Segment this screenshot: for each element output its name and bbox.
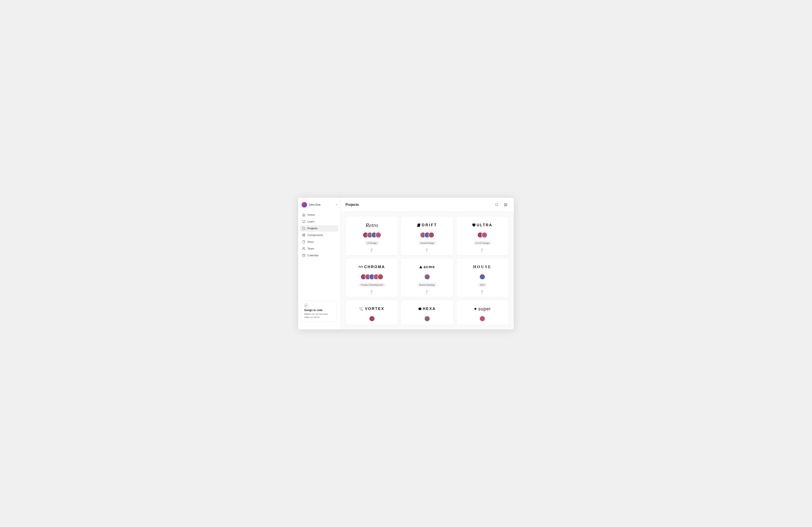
member-avatar xyxy=(369,316,375,321)
users-icon xyxy=(302,247,305,251)
page-title: Projects xyxy=(346,203,359,207)
sidebar-item-team[interactable]: Team xyxy=(300,245,338,252)
project-tag: Brand Strategy xyxy=(417,283,437,287)
drift-shape-icon xyxy=(417,224,420,227)
svg-rect-14 xyxy=(504,204,505,205)
project-card-retro[interactable]: Retro UI Design xyxy=(346,216,398,255)
sidebar-item-docs[interactable]: Docs xyxy=(300,239,338,245)
chevron-down-icon: ▾ xyxy=(336,204,337,206)
sidebar-item-label: Docs xyxy=(307,240,314,243)
sidebar-item-label: Learn xyxy=(307,220,315,223)
sidebar-item-calendar[interactable]: Calendar xyxy=(300,252,338,259)
project-logo-text: ULTRA xyxy=(473,223,492,227)
user-menu[interactable]: John Doe ▾ xyxy=(298,202,340,212)
grid-icon xyxy=(302,234,305,237)
svg-rect-6 xyxy=(302,236,303,236)
project-card-chroma[interactable]: CHROMA Product Development xyxy=(346,258,398,297)
vortex-grid-icon xyxy=(360,307,363,311)
project-logo: ULTRA xyxy=(473,222,492,229)
project-card-ultra[interactable]: ULTRA UI UX Design xyxy=(456,216,509,255)
svg-marker-18 xyxy=(474,308,477,310)
sidebar-item-label: Team xyxy=(307,247,314,250)
member-avatar xyxy=(424,274,430,280)
svg-point-7 xyxy=(303,247,304,249)
svg-line-13 xyxy=(497,206,498,206)
dtc-description: Watch our 10 min loom video on forms xyxy=(304,313,334,319)
dtc-title: Design to code xyxy=(304,309,334,312)
diamond-icon xyxy=(474,307,477,311)
project-tag: Visual Design xyxy=(418,241,436,245)
project-card-acme[interactable]: acme Brand Strategy xyxy=(401,258,453,297)
project-members xyxy=(424,274,430,280)
project-logo-text: super xyxy=(474,306,491,312)
project-logo-text: DRIFT xyxy=(417,223,437,227)
main-content: Projects xyxy=(340,198,514,329)
project-tag: SEO xyxy=(478,283,487,287)
svg-rect-17 xyxy=(504,205,505,206)
projects-grid: Retro UI Design xyxy=(346,216,509,325)
svg-rect-3 xyxy=(302,234,303,235)
project-members xyxy=(363,232,381,238)
project-members xyxy=(424,316,430,321)
sidebar-item-label: Calendar xyxy=(307,254,319,257)
project-logo: DRIFT xyxy=(417,222,437,229)
svg-rect-16 xyxy=(506,205,507,206)
sidebar-item-label: Components xyxy=(307,234,323,237)
svg-rect-5 xyxy=(304,236,305,236)
sidebar-item-label: Home xyxy=(307,213,315,216)
sidebar-nav: Home Learn Projects xyxy=(298,212,340,259)
project-card-vortex[interactable]: VORTEX xyxy=(346,300,398,325)
sidebar-item-components[interactable]: Components xyxy=(300,232,338,238)
svg-rect-15 xyxy=(506,204,507,205)
project-members xyxy=(361,274,383,280)
member-avatar xyxy=(479,274,485,280)
avatar xyxy=(302,202,307,208)
project-logo-text: VORTEX xyxy=(360,306,385,311)
sidebar-item-learn[interactable]: Learn xyxy=(300,219,338,225)
grid-view-button[interactable] xyxy=(503,201,509,208)
sidebar: John Doe ▾ Home Learn xyxy=(298,198,340,329)
project-logo: CHROMA xyxy=(359,263,385,271)
calendar-icon xyxy=(302,254,305,257)
search-button[interactable] xyxy=(494,201,500,208)
project-logo-text: HEXA xyxy=(419,306,436,311)
svg-rect-4 xyxy=(304,234,305,235)
project-logo-text: acme xyxy=(419,265,435,269)
project-logo: super xyxy=(474,305,491,313)
project-logo-text: CHROMA xyxy=(359,265,385,269)
project-card-drift[interactable]: DRIFT Visual Design xyxy=(401,216,453,255)
projects-area: Retro UI Design xyxy=(340,212,514,329)
member-avatar xyxy=(377,274,383,280)
project-tag: Product Development xyxy=(359,283,386,287)
folder-icon xyxy=(302,227,305,230)
project-logo: Retro xyxy=(366,222,378,229)
project-logo-text: Retro xyxy=(366,222,378,228)
play-icon: ▶ xyxy=(304,304,308,307)
file-icon xyxy=(302,240,305,244)
svg-rect-8 xyxy=(302,254,305,257)
figma-icon xyxy=(481,248,484,252)
project-members xyxy=(420,232,434,238)
main-header: Projects xyxy=(340,198,514,212)
figma-icon xyxy=(371,290,374,294)
project-logo-text: HOUSE xyxy=(473,265,492,269)
project-members xyxy=(369,316,375,321)
project-tag: UI Design xyxy=(365,241,379,245)
project-card-house[interactable]: HOUSE SEO xyxy=(456,258,509,297)
svg-rect-0 xyxy=(302,221,305,222)
search-icon xyxy=(495,203,498,207)
project-card-hexa[interactable]: HEXA xyxy=(401,300,453,325)
project-logo: acme xyxy=(419,263,435,271)
project-logo: VORTEX xyxy=(360,305,385,313)
member-avatar xyxy=(424,316,430,321)
project-tag: UI UX Design xyxy=(473,241,492,245)
project-members xyxy=(477,232,488,238)
sidebar-bottom: ▶ Design to code Watch our 10 min loom v… xyxy=(298,298,340,325)
figma-icon xyxy=(426,248,429,252)
design-to-code-card[interactable]: ▶ Design to code Watch our 10 min loom v… xyxy=(302,301,337,322)
sidebar-item-home[interactable]: Home xyxy=(300,212,338,218)
project-card-super[interactable]: super xyxy=(456,300,509,325)
member-avatar xyxy=(481,232,488,238)
sidebar-item-projects[interactable]: Projects xyxy=(300,225,338,231)
book-icon xyxy=(302,220,305,223)
